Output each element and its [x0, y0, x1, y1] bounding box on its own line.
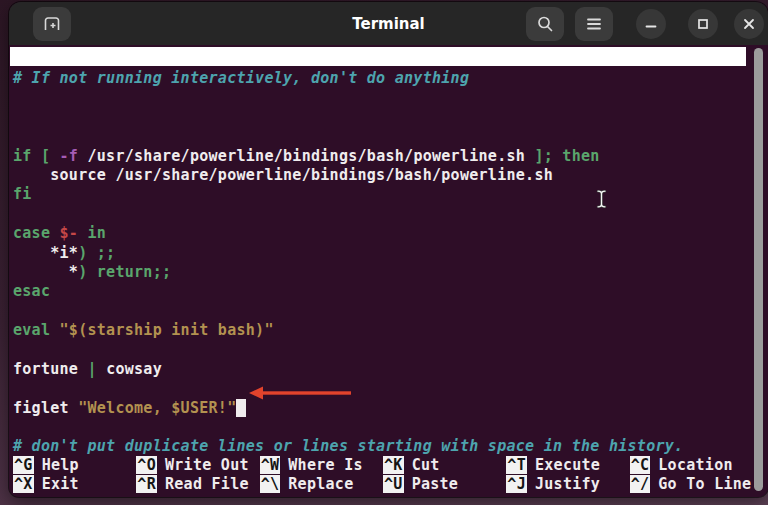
terminal-line [13, 418, 768, 437]
shortcut-help: ^GHelp [13, 455, 136, 474]
code-segment: ) ;; [78, 244, 115, 262]
terminal-line: esac [13, 282, 768, 301]
terminal-line: figlet "Welcome, $USER!" [13, 399, 768, 418]
new-tab-icon [43, 15, 61, 32]
terminal-line: fortune | cowsay [13, 360, 768, 379]
shortcut-key: ^X [13, 475, 34, 493]
shortcut-label: Justify [535, 475, 600, 493]
code-segment: fi [13, 185, 32, 203]
code-segment: if [ [13, 147, 60, 165]
code-segment: ) return;; [78, 263, 171, 281]
search-button[interactable] [526, 7, 564, 41]
terminal-line [13, 379, 768, 398]
shortcut-replace: ^\Replace [260, 475, 383, 494]
shortcut-key: ^J [506, 475, 527, 493]
shortcut-label: Write Out [165, 456, 249, 474]
code-segment: ]; then [534, 147, 599, 165]
shortcut-execute: ^TExecute [506, 455, 629, 474]
shortcut-label: Read File [165, 475, 249, 493]
shortcut-key: ^\ [260, 475, 281, 493]
shortcut-location: ^CLocation [630, 455, 753, 474]
shortcut-write-out: ^OWrite Out [136, 455, 259, 474]
shortcut-key: ^G [13, 456, 34, 474]
code-segment: "$(starship init bash)" [60, 321, 274, 339]
shortcut-cut: ^KCut [383, 455, 506, 474]
code-segment: source /usr/share/powerline/bindings/bas… [13, 166, 553, 184]
shortcut-label: Go To Line [658, 475, 751, 493]
code-segment: fortune [13, 360, 88, 378]
minimize-icon [644, 17, 658, 31]
shortcut-label: Replace [288, 475, 353, 493]
terminal-window: Terminal [9, 2, 768, 497]
code-segment: "Welcome, $USER!" [78, 399, 236, 417]
shortcut-label: Cut [412, 456, 440, 474]
code-segment: esac [13, 282, 50, 300]
maximize-button[interactable] [688, 9, 718, 39]
shortcut-read-file: ^RRead File [136, 475, 259, 494]
scrollbar[interactable] [754, 48, 763, 491]
shortcut-label: Help [42, 456, 79, 474]
shortcut-key: ^U [383, 475, 404, 493]
shortcut-key: ^R [136, 475, 157, 493]
terminal-screen[interactable]: GNU nano 7.2 /home/itslinuxfoss/.bashrc … [9, 45, 768, 497]
new-tab-button[interactable] [33, 7, 71, 41]
terminal-line: # If not running interactively, don't do… [13, 69, 768, 88]
shortcut-key: ^K [383, 456, 404, 474]
code-segment: figlet [13, 399, 78, 417]
search-icon [536, 15, 554, 33]
code-segment: *i* [13, 244, 78, 262]
nano-cursor [236, 399, 245, 417]
shortcut-row: ^XExit^RRead File^\Replace^UPaste^JJusti… [13, 475, 753, 494]
menu-button[interactable] [575, 7, 613, 41]
terminal-line: *i*) ;; [13, 244, 768, 263]
terminal-line [13, 127, 768, 146]
shortcut-key: ^W [260, 456, 281, 474]
terminal-line: source /usr/share/powerline/bindings/bas… [13, 166, 768, 185]
terminal-line: *) return;; [13, 263, 768, 282]
shortcut-label: Location [658, 456, 733, 474]
terminal-line [13, 340, 768, 359]
shortcut-label: Exit [42, 475, 79, 493]
code-segment: | [88, 360, 107, 378]
code-segment: # don't put duplicate lines or lines sta… [13, 437, 683, 455]
code-segment: cowsay [106, 360, 162, 378]
maximize-icon [696, 17, 710, 31]
close-button[interactable] [734, 9, 764, 39]
shortcut-exit: ^XExit [13, 475, 136, 494]
terminal-line [13, 302, 768, 321]
nano-titlebar: GNU nano 7.2 /home/itslinuxfoss/.bashrc … [10, 47, 746, 66]
code-segment: case [13, 224, 60, 242]
shortcut-key: ^/ [630, 475, 651, 493]
terminal-line: if [ -f /usr/share/powerline/bindings/ba… [13, 147, 768, 166]
shortcut-go-to-line: ^/Go To Line [630, 475, 753, 494]
code-segment: $- [60, 224, 79, 242]
shortcut-row: ^GHelp^OWrite Out^WWhere Is^KCut^TExecut… [13, 455, 753, 474]
shortcut-key: ^O [136, 456, 157, 474]
terminal-line: # don't put duplicate lines or lines sta… [13, 437, 768, 456]
terminal-line [13, 108, 768, 127]
code-segment: -f [60, 147, 88, 165]
code-segment: eval [13, 321, 60, 339]
terminal-line [13, 88, 768, 107]
terminal-line [13, 205, 768, 224]
shortcut-where-is: ^WWhere Is [260, 455, 383, 474]
shortcut-label: Paste [412, 475, 459, 493]
minimize-button[interactable] [636, 9, 666, 39]
shortcut-justify: ^JJustify [506, 475, 629, 494]
code-segment: in [78, 224, 106, 242]
terminal-line: fi [13, 185, 768, 204]
shortcut-label: Execute [535, 456, 600, 474]
shortcut-paste: ^UPaste [383, 475, 506, 494]
shortcut-key: ^C [630, 456, 651, 474]
hamburger-icon [586, 17, 602, 31]
terminal-line: case $- in [13, 224, 768, 243]
code-segment: /usr/share/powerline/bindings/bash/power… [88, 147, 535, 165]
code-segment: * [13, 263, 78, 281]
shortcut-bar: ^GHelp^OWrite Out^WWhere Is^KCut^TExecut… [13, 455, 753, 494]
close-icon [742, 17, 756, 31]
shortcut-label: Where Is [288, 456, 363, 474]
desktop-background: { "window": { "title": "Terminal" }, "ti… [0, 0, 768, 505]
terminal-lines: # If not running interactively, don't do… [9, 66, 768, 457]
titlebar: Terminal [9, 2, 768, 45]
shortcut-key: ^T [506, 456, 527, 474]
